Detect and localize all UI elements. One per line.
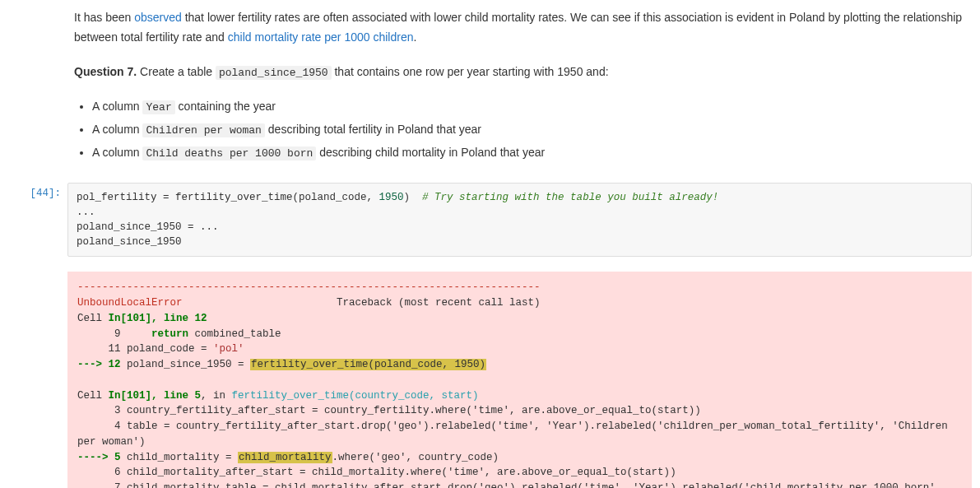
text: child_mortality = bbox=[121, 452, 239, 463]
text: A column bbox=[92, 123, 142, 136]
text: 3 country_fertility_after_start = countr… bbox=[77, 405, 701, 416]
code-text: ) bbox=[404, 192, 423, 203]
keyword-return: return bbox=[151, 328, 188, 340]
list-item: A column Child deaths per 1000 born desc… bbox=[92, 143, 972, 163]
code-comment: # Try starting with the table you built … bbox=[422, 192, 718, 203]
bullet-list: A column Year containing the year A colu… bbox=[74, 97, 972, 163]
error-dash: ----------------------------------------… bbox=[77, 281, 541, 293]
intro-paragraph: It has been observed that lower fertilit… bbox=[74, 8, 972, 48]
text: that contains one row per year starting … bbox=[332, 65, 609, 78]
text: Cell bbox=[77, 390, 109, 402]
text: describing total fertility in Poland tha… bbox=[265, 123, 481, 136]
arrow-12: ---> 12 bbox=[77, 359, 121, 370]
text: 7 child_mortality_table = child_mortalit… bbox=[77, 482, 948, 488]
error-output: ----------------------------------------… bbox=[67, 272, 972, 488]
text: It has been bbox=[74, 11, 134, 24]
code-text: pol_fertility = fertility_over_time(pola… bbox=[77, 192, 379, 203]
text: combined_table bbox=[188, 328, 281, 340]
text: 6 child_mortality_after_start = child_mo… bbox=[77, 467, 676, 478]
list-item: A column Year containing the year bbox=[92, 97, 972, 117]
text: 4 table = country_fertility_after_start.… bbox=[77, 421, 954, 448]
text: describing child mortality in Poland tha… bbox=[316, 146, 545, 159]
cell-ref: In[101], line 12 bbox=[109, 313, 207, 324]
highlight-fertility-call: fertility_over_time(poland_code, 1950) bbox=[250, 359, 486, 370]
string-pol: 'pol' bbox=[213, 343, 244, 355]
markdown-cell: It has been observed that lower fertilit… bbox=[74, 8, 972, 163]
code-text: poland_since_1950 = ... bbox=[77, 221, 219, 233]
code-number: 1950 bbox=[379, 192, 404, 203]
code-year: Year bbox=[142, 100, 174, 114]
code-input[interactable]: pol_fertility = fertility_over_time(pola… bbox=[67, 183, 972, 258]
code-poland-since-1950: poland_since_1950 bbox=[216, 66, 332, 80]
text: 11 poland_code = bbox=[77, 343, 213, 355]
text: A column bbox=[92, 146, 142, 159]
text: , in bbox=[201, 390, 232, 402]
code-text: poland_since_1950 bbox=[77, 236, 182, 248]
observed-link[interactable]: observed bbox=[134, 11, 182, 24]
question-label: Question 7. bbox=[74, 65, 137, 78]
text: containing the year bbox=[175, 100, 276, 113]
text: A column bbox=[92, 100, 142, 113]
text: Create a table bbox=[137, 65, 216, 78]
text: Cell bbox=[77, 313, 109, 324]
text: that lower fertility rates are often ass… bbox=[74, 11, 962, 44]
text: poland_since_1950 = bbox=[121, 359, 251, 370]
code-cell: [44]: pol_fertility = fertility_over_tim… bbox=[8, 183, 972, 258]
child-mortality-link[interactable]: child mortality rate per 1000 children bbox=[228, 30, 414, 44]
highlight-child-mortality: child_mortality bbox=[238, 452, 332, 463]
error-name: UnboundLocalError bbox=[77, 297, 183, 309]
code-text: ... bbox=[77, 207, 95, 218]
output-cell: . --------------------------------------… bbox=[8, 265, 972, 488]
text: 9 bbox=[77, 328, 151, 340]
traceback-label: Traceback (most recent call last) bbox=[183, 297, 541, 309]
function-sig: fertility_over_time(country_code, start) bbox=[232, 390, 479, 402]
text: .where('geo', country_code) bbox=[332, 452, 499, 463]
text: . bbox=[413, 30, 416, 44]
input-prompt: [44]: bbox=[8, 183, 67, 258]
code-child-deaths: Child deaths per 1000 born bbox=[142, 146, 316, 160]
arrow-5: ----> 5 bbox=[77, 452, 121, 463]
question-paragraph: Question 7. Create a table poland_since_… bbox=[74, 63, 972, 82]
list-item: A column Children per woman describing t… bbox=[92, 120, 972, 140]
code-children-per-woman: Children per woman bbox=[142, 123, 264, 137]
cell-ref: In[101], line 5 bbox=[109, 390, 202, 402]
